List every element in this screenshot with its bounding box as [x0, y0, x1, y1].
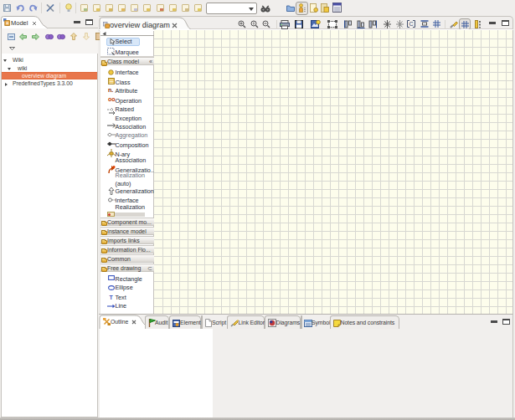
svg-text:C: C	[409, 21, 413, 27]
